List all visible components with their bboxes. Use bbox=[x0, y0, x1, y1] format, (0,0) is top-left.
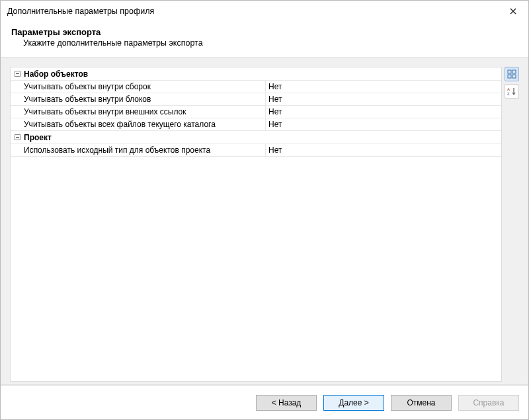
help-button: Справка bbox=[458, 395, 519, 411]
categorized-icon bbox=[507, 69, 516, 79]
property-row[interactable]: Учитывать объекты внутри внешних ссылок … bbox=[11, 106, 501, 118]
property-label: Использовать исходный тип для объектов п… bbox=[11, 144, 266, 156]
property-grid: Набор объектов Учитывать объекты внутри … bbox=[10, 67, 502, 382]
category-row: Проект bbox=[11, 131, 501, 144]
grid-tools: A Z bbox=[505, 67, 519, 382]
sort-az-icon: A Z bbox=[507, 87, 516, 96]
svg-rect-0 bbox=[508, 70, 511, 73]
svg-text:A: A bbox=[507, 87, 510, 91]
minus-icon bbox=[15, 134, 20, 140]
property-row[interactable]: Использовать исходный тип для объектов п… bbox=[11, 144, 501, 157]
property-value[interactable]: Нет bbox=[266, 93, 501, 105]
window-title: Дополнительные параметры профиля bbox=[7, 7, 154, 16]
header-block: Параметры экспорта Укажите дополнительны… bbox=[1, 22, 528, 57]
titlebar: Дополнительные параметры профиля bbox=[1, 1, 528, 22]
cancel-button[interactable]: Отмена bbox=[391, 395, 452, 411]
category-label: Проект bbox=[24, 133, 501, 142]
category-toggle[interactable] bbox=[11, 134, 24, 140]
minus-icon bbox=[15, 71, 20, 77]
property-label: Учитывать объекты внутри внешних ссылок bbox=[11, 106, 266, 118]
category-label: Набор объектов bbox=[24, 69, 501, 79]
close-button[interactable] bbox=[505, 5, 522, 18]
alphabetical-view-button[interactable]: A Z bbox=[505, 84, 519, 99]
footer: < Назад Далее > Отмена Справка bbox=[1, 385, 528, 419]
close-icon bbox=[510, 8, 516, 15]
header-title: Параметры экспорта bbox=[11, 27, 518, 37]
property-value[interactable]: Нет bbox=[266, 144, 501, 156]
header-subtitle: Укажите дополнительные параметры экспорт… bbox=[11, 38, 518, 48]
svg-text:Z: Z bbox=[507, 92, 510, 96]
content-area: Набор объектов Учитывать объекты внутри … bbox=[1, 58, 528, 384]
property-label: Учитывать объекты внутри блоков bbox=[11, 93, 266, 105]
svg-rect-3 bbox=[512, 75, 516, 78]
next-button[interactable]: Далее > bbox=[323, 395, 384, 411]
property-value[interactable]: Нет bbox=[266, 81, 501, 93]
svg-rect-1 bbox=[512, 70, 516, 73]
dialog-window: Дополнительные параметры профиля Парамет… bbox=[0, 0, 529, 420]
property-row[interactable]: Учитывать объекты внутри сборок Нет bbox=[11, 81, 501, 93]
svg-rect-2 bbox=[508, 75, 511, 78]
property-row[interactable]: Учитывать объекты внутри блоков Нет bbox=[11, 93, 501, 106]
property-label: Учитывать объекты всех файлов текущего к… bbox=[11, 118, 266, 130]
category-row: Набор объектов bbox=[11, 67, 501, 81]
back-button[interactable]: < Назад bbox=[256, 395, 317, 411]
category-toggle[interactable] bbox=[11, 71, 24, 77]
property-value[interactable]: Нет bbox=[266, 106, 501, 118]
property-value[interactable]: Нет bbox=[266, 118, 501, 130]
property-row[interactable]: Учитывать объекты всех файлов текущего к… bbox=[11, 118, 501, 131]
property-label: Учитывать объекты внутри сборок bbox=[11, 81, 266, 93]
categorized-view-button[interactable] bbox=[505, 67, 519, 81]
